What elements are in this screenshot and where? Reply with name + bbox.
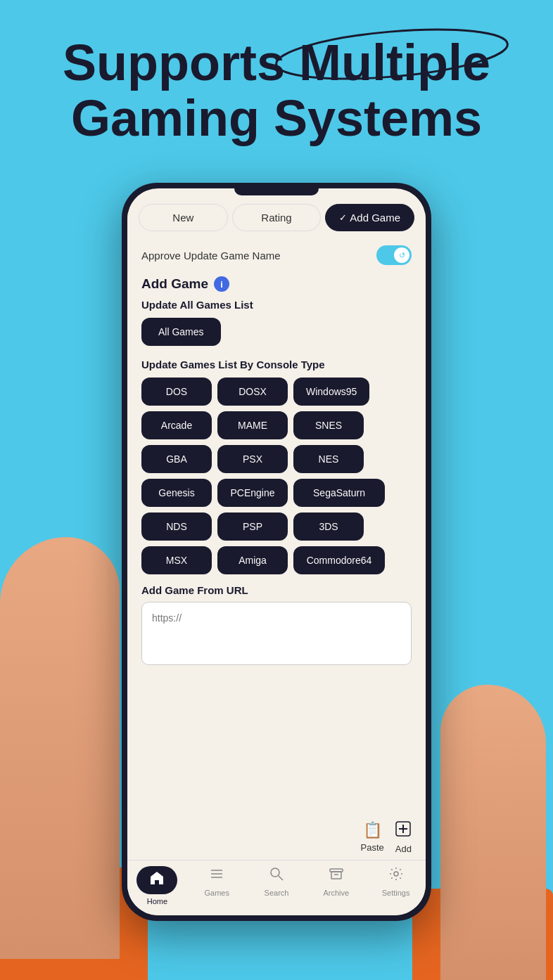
paste-icon: 📋	[363, 821, 382, 839]
bottom-nav: Home Games	[127, 860, 426, 915]
console-btn-psx[interactable]: PSX	[217, 445, 288, 473]
right-hand	[440, 685, 546, 980]
paste-label: Paste	[361, 842, 384, 853]
toggle-switch[interactable]: ↺	[376, 245, 412, 265]
nav-games[interactable]: Games	[187, 866, 247, 905]
action-row: 📋 Paste Add	[127, 815, 426, 860]
home-icon	[149, 872, 165, 889]
phone-body: New Rating Add Game Approve Update Game …	[122, 183, 431, 921]
console-btn-genesis[interactable]: Genesis	[141, 479, 212, 507]
left-hand	[0, 537, 120, 959]
console-btn-mame[interactable]: MAME	[217, 411, 288, 439]
console-btn-nes[interactable]: NES	[293, 445, 364, 473]
console-btn-commodore64[interactable]: Commodore64	[293, 546, 385, 574]
nav-search-label: Search	[265, 889, 289, 897]
console-btn-pcengine[interactable]: PCEngine	[217, 479, 288, 507]
nav-search[interactable]: Search	[247, 866, 307, 905]
tab-rating[interactable]: Rating	[232, 204, 322, 231]
tabs-bar: New Rating Add Game	[127, 195, 426, 240]
nav-games-label: Games	[204, 889, 229, 897]
tab-add-game[interactable]: Add Game	[325, 204, 414, 231]
nav-archive-label: Archive	[323, 889, 349, 897]
svg-line-8	[279, 876, 283, 880]
svg-rect-10	[331, 872, 341, 879]
background: Supports Multiple Gaming Systems New Rat…	[0, 0, 553, 980]
console-btn-windows95[interactable]: Windows95	[293, 378, 369, 406]
headline-section: Supports Multiple Gaming Systems	[0, 0, 553, 146]
phone-notch	[234, 188, 319, 195]
console-btn-gba[interactable]: GBA	[141, 445, 212, 473]
nav-home-label: Home	[147, 897, 167, 905]
console-btn-dosx[interactable]: DOSX	[217, 378, 288, 406]
add-button[interactable]: Add	[395, 821, 412, 854]
svg-point-12	[394, 872, 398, 876]
nav-archive[interactable]: Archive	[306, 866, 366, 905]
toggle-label: Approve Update Game Name	[141, 250, 281, 262]
console-btn-dos[interactable]: DOS	[141, 378, 212, 406]
svg-point-0	[274, 28, 509, 81]
add-label: Add	[395, 844, 412, 854]
update-all-title: Update All Games List	[141, 299, 412, 311]
nav-home[interactable]: Home	[127, 866, 187, 905]
paste-button[interactable]: 📋 Paste	[361, 821, 384, 854]
console-grid: DOS DOSX Windows95 Arcade MAME SNES GBA …	[141, 378, 412, 574]
add-icon	[395, 821, 411, 841]
console-btn-3ds[interactable]: 3DS	[293, 512, 364, 541]
nav-settings-label: Settings	[382, 889, 410, 897]
phone-wrapper: New Rating Add Game Approve Update Game …	[122, 183, 431, 921]
url-input[interactable]	[141, 602, 412, 665]
nav-settings[interactable]: Settings	[366, 866, 426, 905]
console-btn-segasaturn[interactable]: SegaSaturn	[293, 479, 385, 507]
tab-new[interactable]: New	[139, 204, 228, 231]
content-area: Add Game i Update All Games List All Gam…	[127, 276, 426, 815]
toggle-row: Approve Update Game Name ↺	[127, 240, 426, 276]
all-games-button[interactable]: All Games	[141, 318, 221, 346]
console-btn-snes[interactable]: SNES	[293, 411, 364, 439]
settings-icon	[388, 866, 404, 886]
console-btn-nds[interactable]: NDS	[141, 512, 212, 541]
url-section-title: Add Game From URL	[141, 584, 412, 596]
console-btn-psp[interactable]: PSP	[217, 512, 288, 541]
svg-point-7	[271, 868, 279, 877]
search-icon	[269, 866, 284, 886]
archive-icon	[329, 866, 344, 886]
console-btn-amiga[interactable]: Amiga	[217, 546, 288, 574]
games-icon	[209, 866, 224, 886]
console-btn-msx[interactable]: MSX	[141, 546, 212, 574]
headline-ellipse	[272, 28, 511, 81]
console-btn-arcade[interactable]: Arcade	[141, 411, 212, 439]
phone-screen: New Rating Add Game Approve Update Game …	[127, 188, 426, 915]
add-game-title: Add Game i	[141, 276, 412, 292]
info-icon[interactable]: i	[214, 276, 229, 292]
toggle-knob: ↺	[394, 247, 409, 263]
update-console-title: Update Games List By Console Type	[141, 359, 412, 370]
